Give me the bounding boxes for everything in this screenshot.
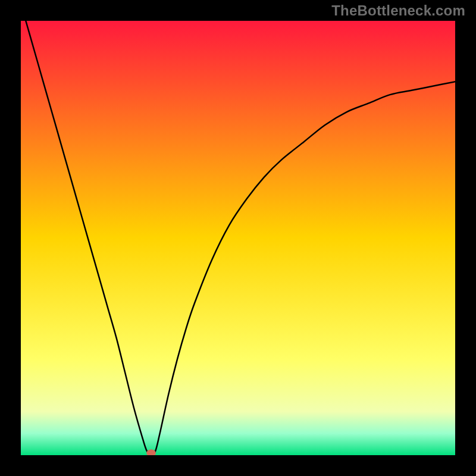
chart-svg (21, 21, 455, 455)
chart-background (21, 21, 455, 455)
chart-frame: TheBottleneck.com (0, 0, 476, 476)
watermark-text: TheBottleneck.com (331, 2, 465, 19)
plot-area (21, 21, 455, 455)
